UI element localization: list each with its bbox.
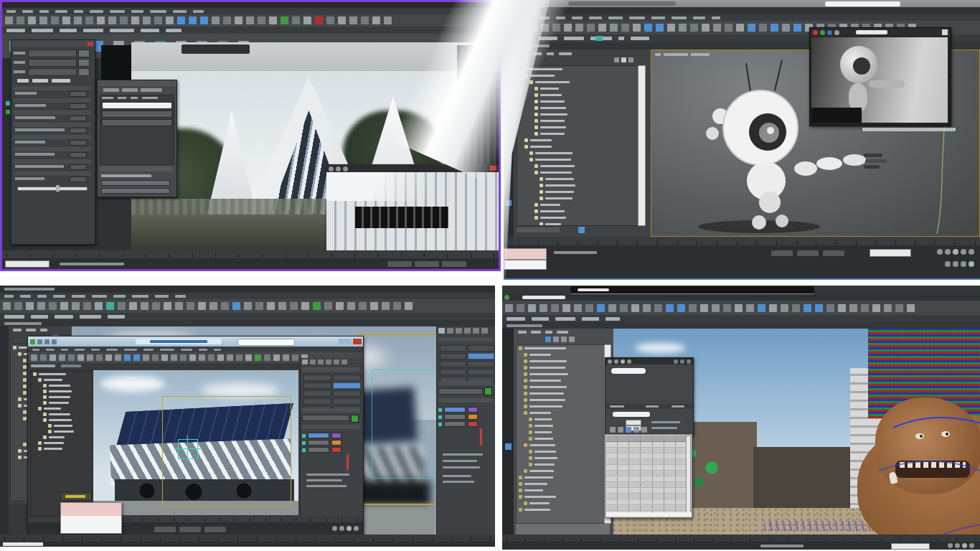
coordinate-z-field[interactable] bbox=[204, 526, 227, 533]
quick-access-toolbar[interactable] bbox=[568, 1, 676, 6]
pivot-center-icon[interactable] bbox=[141, 302, 149, 310]
grid-data-row[interactable] bbox=[606, 499, 687, 505]
label-stub[interactable] bbox=[193, 10, 204, 13]
dialog-titlebar[interactable] bbox=[606, 358, 693, 364]
color-chip[interactable] bbox=[331, 440, 341, 446]
grid-data-row[interactable] bbox=[606, 471, 687, 476]
unlink-icon[interactable] bbox=[861, 304, 869, 312]
tree-node[interactable] bbox=[517, 410, 604, 416]
coordinate-y-field[interactable] bbox=[796, 250, 819, 257]
render-window-button[interactable] bbox=[942, 29, 948, 35]
percent-snap-icon[interactable] bbox=[700, 304, 708, 312]
select-by-name-icon[interactable] bbox=[62, 17, 70, 24]
unlink-icon[interactable] bbox=[359, 302, 367, 310]
label-stub[interactable] bbox=[132, 295, 149, 298]
label-stub[interactable] bbox=[672, 17, 687, 19]
dialog-tab-button[interactable] bbox=[610, 427, 616, 433]
rectangular-region-icon[interactable] bbox=[575, 24, 583, 32]
schematic-view-icon[interactable] bbox=[292, 17, 300, 24]
pivot-center-icon[interactable] bbox=[643, 304, 651, 312]
value-spinner[interactable] bbox=[70, 152, 87, 158]
reference-coordinate-icon[interactable] bbox=[633, 24, 641, 32]
rectangular-region-icon[interactable] bbox=[72, 302, 80, 310]
tree-node[interactable] bbox=[517, 358, 604, 364]
spinner-snap-icon[interactable] bbox=[199, 354, 205, 361]
render-setup-icon[interactable] bbox=[315, 17, 323, 24]
select-and-manipulate-icon[interactable] bbox=[656, 24, 664, 32]
docked-tab-icon[interactable] bbox=[6, 101, 10, 105]
tree-node[interactable] bbox=[31, 371, 93, 377]
window-titlebar[interactable] bbox=[2, 2, 499, 8]
percent-snap-icon[interactable] bbox=[198, 302, 206, 310]
tree-node[interactable] bbox=[517, 384, 604, 390]
rgb-channel-buttons[interactable] bbox=[813, 30, 839, 35]
label-stub[interactable] bbox=[175, 295, 186, 298]
crossing-selection-icon[interactable] bbox=[85, 17, 93, 24]
label-stub[interactable] bbox=[52, 79, 70, 83]
window-titlebar[interactable] bbox=[0, 286, 495, 293]
unlink-icon[interactable] bbox=[517, 304, 524, 312]
preset-field[interactable] bbox=[28, 68, 77, 76]
color-chip[interactable] bbox=[308, 440, 329, 446]
close-icon[interactable] bbox=[353, 339, 362, 344]
tree-node[interactable] bbox=[31, 388, 93, 394]
quality-slider[interactable] bbox=[17, 187, 88, 191]
tree-node[interactable] bbox=[517, 487, 604, 494]
explorer-toolbar[interactable] bbox=[614, 57, 633, 62]
link-icon[interactable] bbox=[505, 304, 513, 312]
rectangular-region-icon[interactable] bbox=[74, 17, 82, 24]
rendered-frame-icon[interactable] bbox=[324, 302, 332, 310]
bind-spacewarp-icon[interactable] bbox=[50, 354, 56, 361]
red-channel-icon[interactable] bbox=[813, 30, 818, 35]
slider-handle[interactable] bbox=[56, 185, 60, 192]
grid-data-row[interactable] bbox=[606, 459, 687, 465]
element-name-field[interactable] bbox=[101, 180, 170, 186]
tree-node[interactable] bbox=[517, 461, 604, 468]
crossing-selection-icon[interactable] bbox=[83, 302, 91, 310]
bind-spacewarp-icon[interactable] bbox=[370, 302, 378, 310]
tree-node[interactable] bbox=[517, 403, 604, 410]
object-type-button[interactable] bbox=[303, 375, 331, 381]
timeline-trackbar[interactable] bbox=[2, 250, 499, 258]
maxscript-field[interactable] bbox=[3, 542, 43, 546]
docked-tab-icon[interactable] bbox=[505, 443, 512, 450]
material-editor-icon[interactable] bbox=[301, 302, 309, 310]
command-panel-tabs[interactable] bbox=[437, 326, 495, 335]
object-name-field[interactable] bbox=[438, 388, 483, 395]
label-stub[interactable] bbox=[32, 349, 39, 351]
timeline-trackbar[interactable] bbox=[502, 534, 980, 542]
ribbon-tab[interactable] bbox=[61, 364, 81, 367]
link-icon[interactable] bbox=[347, 302, 355, 310]
rollout-name-color[interactable] bbox=[302, 408, 359, 413]
coordinate-z-field[interactable] bbox=[822, 250, 845, 257]
radio-option[interactable] bbox=[438, 474, 476, 478]
render-frame-tab[interactable] bbox=[182, 44, 250, 54]
rendered-frame-icon[interactable] bbox=[326, 17, 334, 24]
select-by-name-icon[interactable] bbox=[562, 304, 570, 312]
label-stub[interactable] bbox=[92, 295, 107, 298]
object-type-button[interactable] bbox=[303, 390, 331, 397]
preset-field[interactable] bbox=[28, 50, 77, 57]
tree-node[interactable] bbox=[517, 105, 638, 111]
close-icon[interactable] bbox=[88, 42, 93, 46]
link-icon[interactable] bbox=[3, 302, 11, 310]
label-stub[interactable] bbox=[631, 37, 649, 40]
frame-number-field[interactable] bbox=[870, 249, 911, 257]
timeline-trackbar[interactable] bbox=[0, 534, 495, 542]
label-stub[interactable] bbox=[160, 349, 174, 351]
schematic-view-icon[interactable] bbox=[793, 24, 801, 32]
object-type-button[interactable] bbox=[468, 345, 494, 352]
tree-node[interactable] bbox=[31, 411, 93, 417]
layer-manager-icon[interactable] bbox=[758, 304, 765, 312]
explorer-footer-field[interactable] bbox=[517, 227, 560, 232]
maxscript-mini-listener[interactable] bbox=[5, 260, 50, 268]
tree-node[interactable] bbox=[517, 169, 638, 176]
color-chip[interactable] bbox=[444, 421, 466, 427]
rollout-header[interactable] bbox=[14, 147, 91, 151]
tree-node[interactable] bbox=[517, 143, 638, 150]
label-stub[interactable] bbox=[32, 29, 53, 32]
tree-node[interactable] bbox=[517, 195, 638, 202]
color-chip[interactable] bbox=[444, 414, 466, 420]
link-icon[interactable] bbox=[349, 17, 357, 24]
dialog-tab-button[interactable] bbox=[633, 427, 639, 433]
